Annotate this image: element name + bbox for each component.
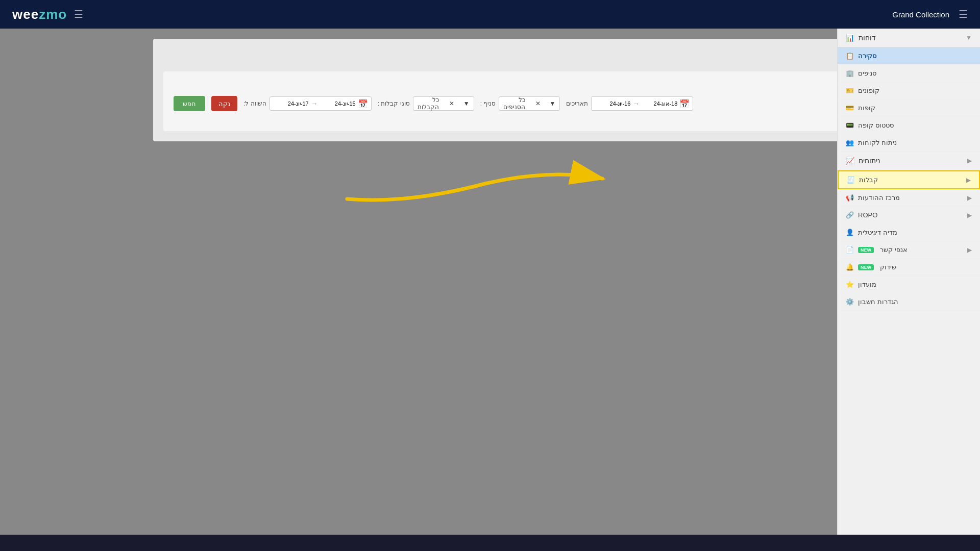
sidebar-item-account-settings[interactable]: הגדרות חשבון ⚙️ — [838, 293, 980, 311]
overview-label: סקירה — [858, 52, 876, 60]
club-icon: ⭐ — [846, 281, 854, 288]
reports-label: דוחות — [859, 34, 876, 42]
date-arrow-main: → — [632, 99, 640, 108]
top-nav: ☰ Grand Collection ☰ weezmo — [0, 0, 980, 29]
cashier-status-icon: 📟 — [846, 121, 854, 129]
main-date-range[interactable]: 📅 → — [591, 96, 693, 111]
reception-type-select[interactable]: ▼ ✕ כל הקבלות — [413, 96, 474, 111]
shiduk-label: שידוק — [880, 263, 896, 271]
cashiers-label: קופות — [858, 104, 875, 112]
sidebar-item-branches[interactable]: סניפים 🏢 — [838, 65, 980, 82]
top-nav-right: ☰ Grand Collection — [892, 8, 968, 20]
sidebar-item-customer-data[interactable]: ניתוח לקוחות 👥 — [838, 134, 980, 152]
news-center-label: מרכז ההודעות — [858, 194, 900, 202]
account-settings-label: הגדרות חשבון — [858, 298, 898, 306]
news-center-icon: 📢 — [846, 194, 854, 202]
sidebar-item-cashier-status[interactable]: סטטוס קופה 📟 — [838, 117, 980, 134]
analytics-expand-icon: ▶ — [967, 157, 972, 164]
reception-type-arrow-icon: ▼ — [457, 100, 470, 107]
branch-label: סניף : — [480, 100, 496, 107]
anafi-kesher-label: אנפי קשר — [880, 246, 908, 254]
reception-type-clear-icon[interactable]: ✕ — [442, 100, 454, 107]
ropo-arrow: ▶ — [967, 212, 972, 219]
shiduk-icon: 🔔 — [846, 263, 854, 271]
filter-title: סינון — [174, 80, 949, 89]
coupons-icon: 🎫 — [846, 87, 854, 94]
anafi-kesher-badge: NEW — [858, 247, 874, 253]
news-center-arrow: ▶ — [967, 194, 972, 202]
reception-type-label: סוגי קבלות : — [378, 100, 410, 107]
main-date-from-input[interactable] — [642, 101, 677, 107]
branch-clear-icon[interactable]: ✕ — [528, 100, 541, 107]
branch-group: סניף : ▼ ✕ כל הסניפים — [480, 96, 560, 111]
clear-button[interactable]: נקה — [211, 96, 237, 111]
menu-icon[interactable]: ☰ — [74, 8, 83, 20]
ropo-label: ROPO — [858, 211, 877, 219]
digital-guide-icon: 👤 — [846, 229, 854, 236]
overview-icon: 📋 — [846, 52, 854, 60]
cashiers-icon: 💳 — [846, 104, 854, 112]
receipts-label: קבלות — [859, 176, 878, 184]
hamburger-icon[interactable]: ☰ — [959, 8, 968, 20]
info-text: מידע מקבלנו דיגיטלית בלבד — [174, 116, 949, 123]
analytics-label: ניתוחים — [859, 157, 880, 165]
digital-guide-label: מדיה דיגיטלית — [858, 229, 897, 236]
branch-value: כל הסניפים — [503, 96, 525, 111]
anafi-kesher-arrow: ▶ — [967, 246, 972, 254]
sidebar-item-club[interactable]: מועדון ⭐ — [838, 276, 980, 293]
club-label: מועדון — [858, 281, 876, 288]
calendar-icon-compare: 📅 — [358, 99, 368, 109]
analytics-icon: 📈 — [846, 157, 854, 165]
branch-select[interactable]: ▼ ✕ כל הסניפים — [499, 96, 560, 111]
sidebar-item-anafi-kesher[interactable]: ▶ אנפי קשר NEW 📄 — [838, 241, 980, 259]
sidebar-item-digital-guide[interactable]: מדיה דיגיטלית 👤 — [838, 224, 980, 241]
customer-data-label: ניתוח לקוחות — [858, 139, 897, 146]
date-to-label: השווה ל: — [243, 100, 266, 107]
sidebar-item-shiduk[interactable]: שידוק NEW 🔔 — [838, 259, 980, 276]
search-button[interactable]: חפש — [174, 96, 205, 111]
date-arrow-compare: → — [311, 99, 318, 108]
sidebar-item-ropo[interactable]: ▶ ROPO 🔗 — [838, 207, 980, 224]
compare-date-range[interactable]: 📅 → — [270, 96, 372, 111]
calendar-icon-main: 📅 — [679, 99, 690, 109]
sidebar-item-receipts[interactable]: ▶ קבלות 🧾 — [838, 170, 980, 189]
shiduk-badge: NEW — [858, 264, 874, 270]
customer-data-icon: 👥 — [846, 139, 854, 146]
sidebar-section-reports[interactable]: ▼ דוחות 📊 — [838, 29, 980, 47]
sidebar: ▼ דוחות 📊 סקירה 📋 סניפים 🏢 קופונים 🎫 — [837, 29, 980, 535]
coupons-label: קופונים — [858, 87, 879, 94]
compare-date-from-input[interactable] — [320, 101, 356, 107]
date-range-group: השווה ל: 📅 → — [243, 96, 372, 111]
weezmo-logo: weezmo — [12, 7, 67, 22]
main-date-group: תאריכים 📅 → — [566, 96, 693, 111]
branches-label: סניפים — [858, 69, 876, 77]
reports-expand-icon: ▼ — [966, 34, 972, 41]
sidebar-item-overview[interactable]: סקירה 📋 — [838, 47, 980, 65]
anafi-kesher-icon: 📄 — [846, 246, 854, 254]
cashier-status-label: סטטוס קופה — [858, 121, 894, 129]
app-title: Grand Collection — [892, 10, 949, 19]
bottom-bar — [0, 535, 980, 551]
sidebar-item-cashiers[interactable]: קופות 💳 — [838, 99, 980, 117]
sidebar-item-news-center[interactable]: ▶ מרכז ההודעות 📢 — [838, 189, 980, 207]
compare-date-to-input[interactable] — [273, 101, 309, 107]
receipts-arrow: ▶ — [966, 177, 971, 184]
branch-arrow-icon: ▼ — [544, 100, 556, 107]
ropo-icon: 🔗 — [846, 211, 854, 219]
reception-type-group: סוגי קבלות : ▼ ✕ כל הקבלות — [378, 96, 474, 111]
sidebar-section-analytics[interactable]: ▶ ניתוחים 📈 — [838, 152, 980, 170]
branches-icon: 🏢 — [846, 69, 854, 77]
main-date-to-input[interactable] — [595, 101, 630, 107]
reception-type-value: כל הקבלות — [418, 96, 439, 111]
date-from-label: תאריכים — [566, 100, 588, 107]
reports-icon: 📊 — [846, 34, 854, 42]
filter-row: חפש נקה השווה ל: 📅 → סוגי קבלות : — [174, 96, 949, 111]
top-nav-left: ☰ weezmo — [12, 7, 83, 22]
account-settings-icon: ⚙️ — [846, 298, 854, 306]
sidebar-item-coupons[interactable]: קופונים 🎫 — [838, 82, 980, 99]
receipts-icon: 🧾 — [847, 176, 855, 184]
